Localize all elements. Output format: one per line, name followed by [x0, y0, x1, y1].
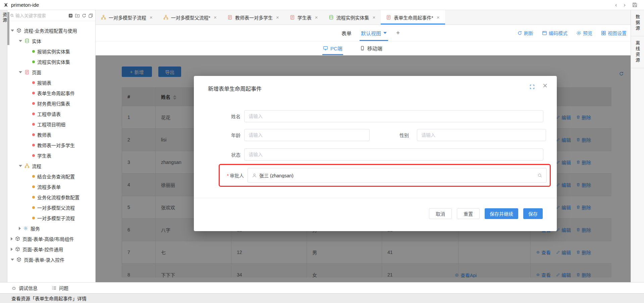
- tree-item[interactable]: 工程项目明细: [7, 119, 95, 129]
- gender-field[interactable]: [417, 129, 546, 141]
- tree-item[interactable]: 报销实例实体集: [7, 46, 95, 56]
- approver-field[interactable]: [248, 168, 547, 183]
- import-icon[interactable]: [68, 13, 73, 18]
- fullscreen-icon[interactable]: [530, 84, 535, 89]
- tree-item[interactable]: 教师表一对多学生: [7, 140, 95, 150]
- tree-item[interactable]: 结合业务查询配置: [7, 171, 95, 181]
- tab-teacher-student[interactable]: 教师表一对多学生×: [222, 10, 284, 25]
- refresh-icon[interactable]: [82, 13, 87, 18]
- tree-item-entities[interactable]: 实体: [7, 36, 95, 46]
- tree-item[interactable]: 表单生命周起事件: [7, 88, 95, 98]
- tab-process-entity[interactable]: 流程实例实体集×: [323, 10, 381, 25]
- nav-back-icon[interactable]: ‹: [615, 2, 617, 8]
- tree-item[interactable]: 学生表: [7, 150, 95, 161]
- page-dot-icon: [32, 81, 35, 84]
- problems-tab[interactable]: 问题: [52, 285, 68, 291]
- tree-item[interactable]: 一对多模型父流程: [7, 202, 95, 213]
- refresh-button[interactable]: 刷新: [517, 30, 533, 36]
- name-field[interactable]: [244, 110, 543, 122]
- page-dot-icon: [32, 102, 35, 105]
- collapse-windows-icon[interactable]: [88, 13, 93, 18]
- age-field[interactable]: [244, 129, 370, 141]
- caret-down-icon[interactable]: [11, 259, 14, 261]
- caret-right-icon[interactable]: [19, 227, 21, 230]
- tree-label: 教师表一对多学生: [37, 142, 75, 148]
- preview-button[interactable]: 预览: [576, 30, 592, 36]
- view-toolbar: 表单 默认视图 + 刷新 编码模式 预览 视图设置: [96, 25, 631, 41]
- tree-item[interactable]: 流程实例实体集: [7, 56, 95, 67]
- save-continue-button[interactable]: 保存并继续: [485, 208, 518, 219]
- tree-item[interactable]: 页面-表单-录入控件: [7, 254, 95, 265]
- add-view-button[interactable]: +: [396, 29, 400, 37]
- save-icon[interactable]: [632, 2, 637, 7]
- monitor-icon: [323, 46, 328, 51]
- tree-item[interactable]: 工程申请表: [7, 109, 95, 119]
- tree-item-process-config[interactable]: 流程-业务流程配置与使用: [7, 25, 95, 36]
- close-icon[interactable]: ×: [276, 14, 279, 20]
- default-view-tab[interactable]: 默认视图: [361, 25, 387, 41]
- close-icon[interactable]: ×: [543, 82, 547, 90]
- close-icon[interactable]: ×: [315, 14, 318, 20]
- tab-form-lifecycle[interactable]: 表单生命周起事件*×: [381, 10, 445, 25]
- save-button[interactable]: 保存: [523, 208, 543, 219]
- tab-mobile[interactable]: 移动端: [360, 41, 382, 55]
- cancel-button[interactable]: 取消: [429, 208, 452, 219]
- flow-icon: [24, 163, 30, 168]
- debug-info-tab[interactable]: 调试信息: [11, 285, 38, 291]
- bottom-panel-bar: 调试信息 问题: [0, 282, 644, 293]
- close-icon[interactable]: ×: [373, 14, 376, 20]
- right-tab-offline-resources[interactable]: 离线资源: [631, 36, 644, 68]
- package-icon: [15, 247, 20, 252]
- caret-down-icon[interactable]: [19, 165, 22, 167]
- person-icon: [252, 173, 257, 178]
- right-panel-strip: 数据源 离线资源: [631, 10, 644, 282]
- tree-item-flows[interactable]: 流程: [7, 161, 95, 171]
- code-mode-button[interactable]: 编码模式: [542, 30, 568, 36]
- tree-item[interactable]: 财务费用归集表: [7, 98, 95, 109]
- caret-down-icon[interactable]: [11, 30, 14, 32]
- tree-item-pages[interactable]: 页面: [7, 67, 95, 77]
- sidebar-scrollbar-thumb[interactable]: [7, 12, 9, 45]
- tree-item[interactable]: 教师表: [7, 129, 95, 140]
- device-tab-row: PC端 移动端: [96, 41, 631, 55]
- caret-down-icon[interactable]: [19, 71, 22, 73]
- tree-label: 实体: [32, 38, 41, 44]
- dialog-footer-divider: [194, 198, 557, 198]
- tree-label: 教师表: [37, 131, 51, 138]
- tree-item[interactable]: 页面-表单-高级/布局组件: [7, 233, 95, 244]
- field-row-name: 姓名: [194, 110, 543, 122]
- tab-child-flow[interactable]: 一对多模型子流程×: [96, 10, 158, 25]
- entity-dot-icon: [32, 60, 35, 63]
- close-icon[interactable]: ×: [437, 14, 440, 20]
- tree-label: 业务化流程参数配置: [37, 194, 79, 201]
- tab-student-table[interactable]: 学生表×: [284, 10, 323, 25]
- add-folder-icon[interactable]: [75, 13, 80, 18]
- chevron-down-icon: [383, 32, 387, 34]
- view-settings-button[interactable]: 视图设置: [601, 30, 627, 36]
- reset-button[interactable]: 重置: [457, 208, 480, 219]
- status-field[interactable]: [244, 148, 543, 161]
- activity-tab-resources[interactable]: 资源: [1, 12, 8, 23]
- tree-item-services[interactable]: 服务: [7, 223, 95, 233]
- search-icon[interactable]: [537, 173, 542, 178]
- tree-item[interactable]: 流程多表单: [7, 181, 95, 192]
- tree-label: 工程申请表: [37, 111, 61, 117]
- tab-pc[interactable]: PC端: [323, 41, 342, 55]
- tree-label: 页面-表单-控件通用: [22, 246, 63, 253]
- caret-right-icon[interactable]: [11, 248, 13, 251]
- page-dot-icon: [32, 92, 35, 94]
- tree-item[interactable]: 报销表: [7, 77, 95, 88]
- tree-item[interactable]: 页面-表单-控件通用: [7, 244, 95, 254]
- close-icon[interactable]: ×: [150, 14, 153, 20]
- tab-label: 一对多模型父流程*: [171, 14, 210, 21]
- right-tab-datasource[interactable]: 数据源: [631, 10, 644, 36]
- nav-forward-icon[interactable]: ›: [624, 2, 626, 8]
- tab-parent-flow[interactable]: 一对多模型父流程*×: [158, 10, 222, 25]
- caret-right-icon[interactable]: [11, 237, 13, 241]
- caret-down-icon[interactable]: [19, 40, 22, 42]
- close-icon[interactable]: ×: [214, 14, 217, 20]
- tree-item[interactable]: 一对多模型子流程: [7, 213, 95, 223]
- tree-item[interactable]: 业务化流程参数配置: [7, 192, 95, 202]
- title-bar: primeton-ide ‹ ›: [0, 0, 644, 10]
- search-input[interactable]: [15, 13, 67, 18]
